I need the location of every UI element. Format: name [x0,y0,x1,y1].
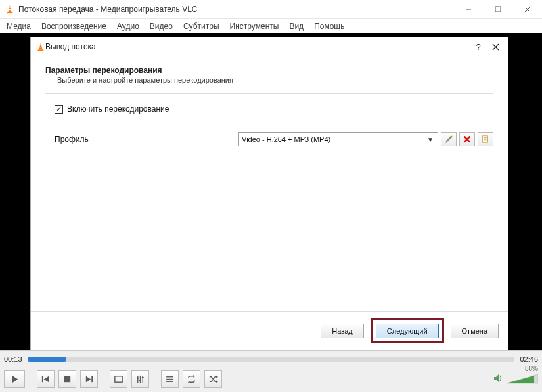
transcode-checkbox[interactable]: ✓ [55,105,63,114]
stop-button[interactable] [58,370,76,388]
next-track-button[interactable] [80,370,98,388]
svg-marker-23 [44,376,49,381]
playlist-button[interactable] [161,370,179,388]
extended-settings-button[interactable] [131,370,149,388]
delete-profile-button[interactable] [459,132,475,146]
svg-rect-10 [39,45,41,45]
transcoding-sub: Выберите и настройте параметры перекодир… [57,76,493,84]
svg-marker-21 [12,375,17,382]
menu-tools[interactable]: Инструменты [226,20,283,32]
svg-point-38 [166,378,167,380]
maximize-button[interactable] [483,0,512,18]
svg-marker-0 [8,5,11,12]
svg-marker-25 [86,376,91,381]
play-button[interactable] [4,370,25,388]
new-profile-button[interactable] [478,132,493,146]
svg-rect-32 [139,380,141,381]
svg-rect-27 [115,376,122,381]
menu-playback[interactable]: Воспроизведение [37,20,110,32]
edit-profile-button[interactable] [441,132,457,146]
menu-subtitles[interactable]: Субтитры [179,20,223,32]
seek-bar[interactable] [28,357,515,362]
cancel-button[interactable]: Отмена [451,324,499,338]
svg-rect-5 [495,7,501,12]
svg-marker-42 [216,375,218,378]
prev-button[interactable] [37,370,55,388]
transcoding-heading: Параметры перекодирования [45,66,493,75]
svg-rect-11 [39,47,43,47]
dialog-help-button[interactable]: ? [470,39,487,54]
transcode-label: Включить перекодирование [67,104,169,114]
menu-help[interactable]: Помощь [310,20,348,32]
menu-media[interactable]: Медиа [3,20,35,32]
svg-rect-26 [91,376,93,381]
svg-rect-1 [7,12,13,13]
volume-percent: 88% [525,365,538,372]
svg-rect-2 [9,7,11,8]
profile-dropdown[interactable]: Video - H.264 + MP3 (MP4) ▼ [238,132,438,146]
player-controls: 00:13 02:46 [0,350,542,392]
svg-marker-44 [494,374,499,382]
profile-label: Профиль [55,135,238,144]
profile-value: Video - H.264 + MP3 (MP4) [242,135,330,143]
shuffle-button[interactable] [204,370,222,388]
menubar: Медиа Воспроизведение Аудио Видео Субтит… [0,19,542,33]
minimize-button[interactable] [453,0,483,18]
svg-rect-22 [42,376,43,381]
vlc-cone-icon [36,42,45,51]
svg-point-39 [166,381,167,382]
svg-rect-3 [9,9,12,10]
svg-point-37 [166,376,167,377]
loop-button[interactable] [183,370,200,388]
svg-rect-9 [38,49,44,51]
vlc-cone-icon [5,5,14,14]
svg-marker-41 [188,381,190,383]
time-elapsed: 00:13 [4,355,22,363]
fullscreen-button[interactable] [110,370,127,388]
menu-audio[interactable]: Аудио [113,20,143,32]
speaker-icon[interactable] [493,374,504,385]
menu-view[interactable]: Вид [285,20,307,32]
window-title: Потоковая передача - Медиапроигрыватель … [18,5,453,14]
svg-rect-33 [142,376,144,378]
next-button[interactable]: Следующий [376,324,439,338]
svg-rect-17 [483,136,488,143]
window-titlebar: Потоковая передача - Медиапроигрыватель … [0,0,542,19]
time-duration: 02:46 [520,355,538,363]
close-button[interactable] [512,0,542,18]
svg-marker-8 [39,43,42,50]
svg-rect-14 [445,142,447,142]
back-button[interactable]: Назад [321,324,364,338]
next-button-highlight: Следующий [371,318,444,343]
dialog-title: Вывод потока [45,42,470,51]
stream-output-dialog: Вывод потока ? Параметры перекодирования… [30,37,508,351]
svg-marker-43 [216,380,218,383]
volume-slider[interactable]: 88% [507,373,538,385]
svg-rect-31 [137,377,139,378]
dialog-close-button[interactable] [487,39,504,54]
svg-marker-40 [193,374,195,377]
chevron-down-icon: ▼ [426,136,435,143]
menu-video[interactable]: Видео [146,20,177,32]
svg-rect-24 [64,376,70,381]
